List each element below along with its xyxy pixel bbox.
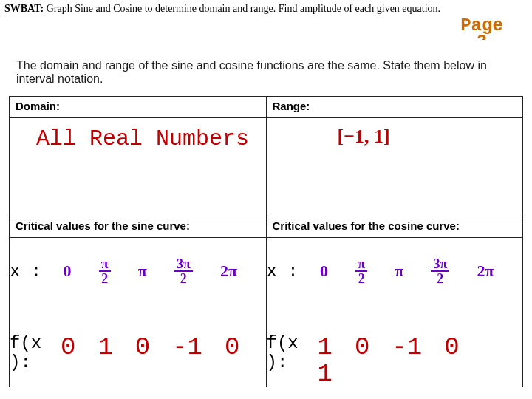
fxval: 0: [135, 334, 150, 361]
range-cell: [−1, 1]: [266, 118, 523, 219]
xval: π: [138, 262, 147, 281]
domain-range-table: Domain: Range: All Real Numbers [−1, 1]: [9, 96, 523, 219]
fxval: 0: [444, 334, 459, 361]
fxval: -1: [392, 334, 422, 361]
frac-num: π: [355, 257, 367, 272]
swbat-line: SWBAT: Graph Sine and Cosine to determin…: [4, 3, 528, 15]
frac-num: 3π: [174, 257, 193, 272]
fxval-bot: 1: [318, 361, 332, 387]
fxval: 0: [61, 334, 75, 361]
frac-num: 3π: [431, 257, 449, 272]
cosine-fx-row: f(x ): 1 1 0 -1 0 X: [267, 334, 523, 387]
fx-label-a: f(x: [267, 333, 299, 353]
intro-text: The domain and range of the sine and cos…: [16, 59, 516, 86]
sine-x-values: 0 π 2 π 3π 2 2π: [50, 257, 266, 285]
xval: π: [395, 262, 403, 281]
sine-fx-row: f(x ): 0 1 0 -1 0: [10, 334, 266, 372]
sine-cell: x : 0 π 2 π 3π 2 2π: [10, 238, 267, 388]
fxval-top: 1: [318, 334, 332, 361]
cosine-fx-values: 1 1 0 -1 0 X: [307, 334, 523, 387]
fxval: -1: [172, 334, 202, 361]
xval: 0: [64, 262, 72, 281]
swbat-text: Graph Sine and Cosine to determine domai…: [47, 3, 440, 14]
fx-label-b: ):: [267, 352, 288, 372]
fxval: 1 1: [318, 334, 332, 387]
frac-den: 2: [356, 272, 367, 285]
frac-den: 2: [99, 272, 110, 285]
fx-label-a: f(x: [10, 333, 41, 353]
xval: 3π 2: [174, 257, 193, 285]
cosine-header: Critical values for the cosine curve:: [266, 216, 523, 238]
xval: 2π: [477, 262, 494, 281]
fxval: 1: [98, 334, 112, 361]
x-label: x :: [267, 262, 307, 282]
domain-cell: All Real Numbers: [10, 118, 267, 219]
sine-header: Critical values for the sine curve:: [10, 216, 267, 238]
page-number: Page 2: [452, 18, 511, 40]
range-value: [−1, 1]: [293, 126, 511, 148]
fx-label: f(x ):: [267, 334, 307, 372]
fx-label: f(x ):: [10, 334, 50, 372]
fxval: 0: [225, 334, 239, 361]
xval: π 2: [99, 257, 111, 285]
swbat-label: SWBAT:: [4, 3, 44, 14]
xval: 2π: [220, 262, 237, 281]
x-label: x :: [10, 262, 50, 282]
fx-label-b: ):: [10, 352, 31, 372]
slide: SWBAT: Graph Sine and Cosine to determin…: [0, 0, 532, 399]
frac-num: π: [99, 257, 111, 272]
xval: π 2: [355, 257, 367, 285]
cosine-x-values: 0 π 2 π 3π 2 2π: [307, 257, 523, 285]
domain-value: All Real Numbers: [36, 126, 254, 152]
range-header: Range:: [266, 97, 523, 118]
domain-header: Domain:: [10, 97, 267, 118]
cosine-x-row: x : 0 π 2 π 3π 2 2π: [267, 257, 523, 285]
frac-den: 2: [178, 272, 189, 285]
cosine-cell: x : 0 π 2 π 3π 2 2π: [266, 238, 523, 388]
critical-values-table: Critical values for the sine curve: Crit…: [9, 216, 523, 387]
xval: 0: [320, 262, 328, 281]
fxval: 0: [355, 334, 369, 361]
xval: 3π 2: [431, 257, 449, 285]
frac-den: 2: [434, 272, 446, 285]
sine-fx-values: 0 1 0 -1 0: [50, 334, 266, 361]
sine-x-row: x : 0 π 2 π 3π 2 2π: [10, 257, 266, 285]
